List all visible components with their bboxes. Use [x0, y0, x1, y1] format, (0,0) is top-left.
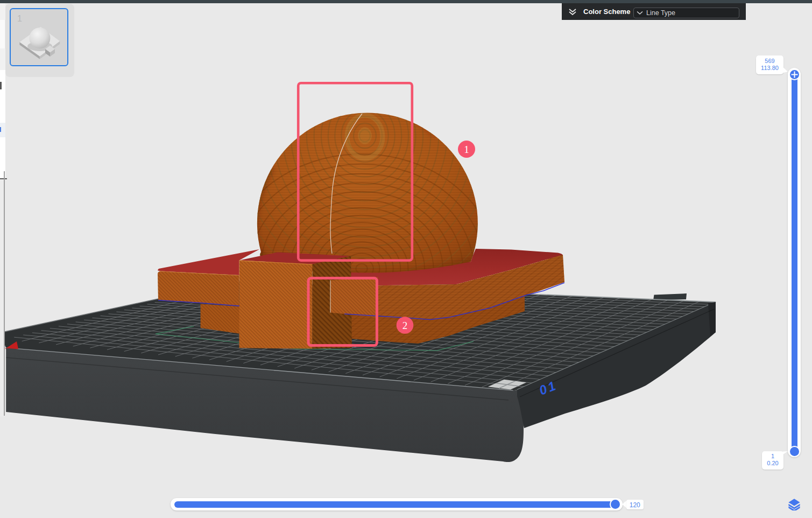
svg-text:2: 2	[403, 320, 408, 331]
svg-text:1: 1	[464, 144, 469, 155]
